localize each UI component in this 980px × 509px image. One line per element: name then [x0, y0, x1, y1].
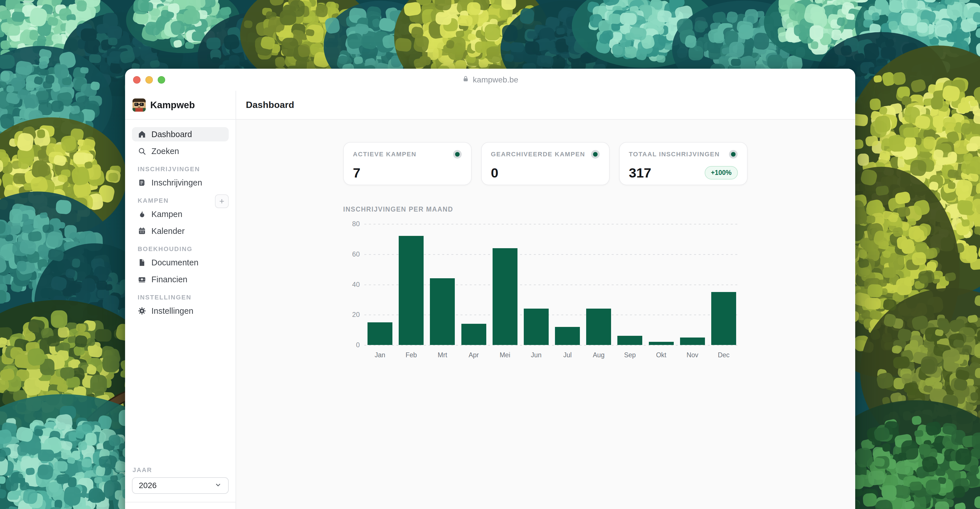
sidebar-item-label: Documenten	[151, 258, 198, 267]
x-axis-label: Nov	[677, 351, 708, 359]
stat-card-label: GEARCHIVEERDE KAMPEN	[491, 151, 585, 158]
sidebar-item-label: Zoeken	[151, 146, 179, 156]
x-axis-label: Jun	[520, 351, 552, 359]
bar-feb	[399, 236, 423, 345]
file-icon	[138, 258, 146, 267]
x-axis-label: Okt	[646, 351, 677, 359]
x-axis-label: Mrt	[427, 351, 458, 359]
stat-card-label: ACTIEVE KAMPEN	[353, 151, 417, 158]
browser-window: kampweb.be Kampweb DashboardZoekenINSCHR…	[125, 69, 855, 509]
window-controls	[133, 69, 165, 91]
stat-card: GEARCHIVEERDE KAMPEN0	[481, 142, 609, 185]
x-axis-label: Feb	[396, 351, 427, 359]
bar-dec	[711, 292, 736, 345]
nav-section-row: INSTELLINGEN	[132, 293, 229, 301]
chevron-down-icon	[215, 481, 222, 490]
sidebar-item-documenten[interactable]: Documenten	[132, 255, 229, 270]
year-label: JAAR	[132, 466, 228, 474]
y-axis-tick: 80	[343, 220, 360, 228]
nav-section-row: BOEKHOUDING	[132, 245, 229, 253]
chart: INSCHRIJVINGEN PER MAAND 020406080JanFeb…	[343, 205, 748, 372]
sidebar-item-label: Financien	[151, 275, 188, 284]
nav-section-label: INSTELLINGEN	[138, 294, 191, 301]
divider	[125, 502, 235, 503]
stats-row: ACTIEVE KAMPEN7GEARCHIVEERDE KAMPEN0TOTA…	[343, 142, 748, 185]
nav-section-label: BOEKHOUDING	[138, 245, 192, 253]
minimize-button[interactable]	[145, 76, 153, 84]
growth-badge: +100%	[705, 166, 738, 180]
clipboard-icon	[138, 178, 146, 187]
x-axis-label: Apr	[458, 351, 489, 359]
sidebar-item-instellingen[interactable]: Instellingen	[132, 304, 229, 318]
app-name: Kampweb	[150, 100, 195, 110]
stat-card-value: 317	[629, 165, 651, 181]
sidebar-item-kampen[interactable]: Kampen	[132, 207, 229, 221]
flame-icon	[138, 210, 146, 218]
bar-mei	[493, 248, 517, 345]
x-axis-label: Sep	[614, 351, 646, 359]
sidebar-item-inschrijvingen[interactable]: Inschrijvingen	[132, 175, 229, 190]
page-title: Dashboard	[246, 100, 294, 110]
y-axis-tick: 40	[343, 280, 360, 289]
add-kampen-button[interactable]	[215, 194, 229, 208]
sidebar: Kampweb DashboardZoekenINSCHRIJVINGENIns…	[125, 91, 236, 509]
brand: Kampweb	[125, 91, 235, 120]
bar-aug	[586, 309, 611, 345]
chart-gridline	[364, 224, 739, 224]
bar-okt	[649, 342, 674, 345]
y-axis-tick: 0	[343, 341, 360, 349]
sidebar-item-dashboard[interactable]: Dashboard	[132, 127, 229, 142]
stat-card-value: 0	[491, 165, 498, 181]
x-axis-label: Jul	[552, 351, 583, 359]
chart-title: INSCHRIJVINGEN PER MAAND	[343, 205, 748, 213]
year-select-value: 2026	[139, 481, 157, 490]
home-icon	[138, 130, 146, 138]
status-dot	[593, 152, 598, 157]
browser-titlebar: kampweb.be	[125, 69, 855, 91]
x-axis-label: Aug	[583, 351, 614, 359]
status-dot	[455, 152, 460, 157]
sidebar-item-label: Kampen	[151, 210, 182, 219]
sidebar-bottom: JAAR 2026 INGELOGD ALS jaspervermeulen@i…	[125, 466, 235, 509]
bar-nov	[680, 337, 705, 345]
main-content: ACTIEVE KAMPEN7GEARCHIVEERDE KAMPEN0TOTA…	[236, 120, 855, 509]
nav-section-row: KAMPEN	[132, 197, 229, 205]
stat-card: ACTIEVE KAMPEN7	[343, 142, 472, 185]
nav-section-row: INSCHRIJVINGEN	[132, 165, 229, 173]
sidebar-item-label: Inschrijvingen	[151, 178, 202, 188]
page-header: Dashboard	[236, 91, 855, 120]
zoom-button[interactable]	[158, 76, 165, 84]
sidebar-item-label: Instellingen	[151, 306, 194, 316]
gear-icon	[138, 307, 146, 315]
x-axis-label: Jan	[364, 351, 396, 359]
sidebar-item-zoeken[interactable]: Zoeken	[132, 144, 229, 158]
bar-jan	[368, 322, 392, 345]
sidebar-nav: DashboardZoekenINSCHRIJVINGENInschrijvin…	[125, 120, 235, 318]
stat-card: TOTAAL INSCHRIJVINGEN317+100%	[619, 142, 748, 185]
address-bar[interactable]: kampweb.be	[462, 75, 518, 84]
nav-section-label: INSCHRIJVINGEN	[138, 165, 200, 173]
stat-card-label: TOTAAL INSCHRIJVINGEN	[629, 151, 720, 158]
lock-icon	[462, 75, 469, 84]
sidebar-item-label: Kalender	[151, 226, 185, 236]
chart-gridline	[364, 345, 739, 345]
y-axis-tick: 20	[343, 310, 360, 319]
bar-mrt	[430, 278, 455, 345]
y-axis-tick: 60	[343, 250, 360, 258]
sidebar-item-financien[interactable]: Financien	[132, 272, 229, 286]
app-logo	[132, 99, 146, 111]
sidebar-item-kalender[interactable]: Kalender	[132, 224, 229, 238]
bar-apr	[461, 324, 486, 345]
search-icon	[138, 147, 146, 156]
bar-jun	[524, 309, 549, 345]
close-button[interactable]	[133, 76, 140, 84]
nav-section-label: KAMPEN	[138, 197, 169, 204]
banknote-icon	[138, 275, 146, 284]
url-text: kampweb.be	[473, 75, 518, 84]
bar-jul	[555, 327, 580, 345]
bar-sep	[617, 336, 642, 345]
x-axis-label: Dec	[708, 351, 739, 359]
calendar-icon	[138, 227, 146, 235]
year-select[interactable]: 2026	[132, 477, 229, 494]
stat-card-value: 7	[353, 165, 360, 181]
